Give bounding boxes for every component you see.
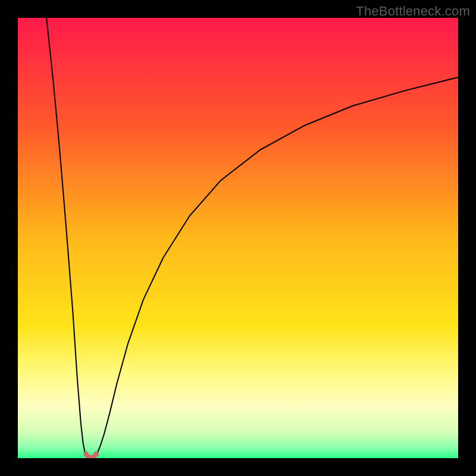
chart-svg: [18, 18, 458, 458]
valley-dot-3: [93, 452, 99, 457]
watermark-text: TheBottleneck.com: [356, 4, 470, 19]
plot-area: [18, 18, 458, 458]
outer-frame: TheBottleneck.com: [0, 0, 476, 476]
gradient-background: [18, 18, 458, 458]
